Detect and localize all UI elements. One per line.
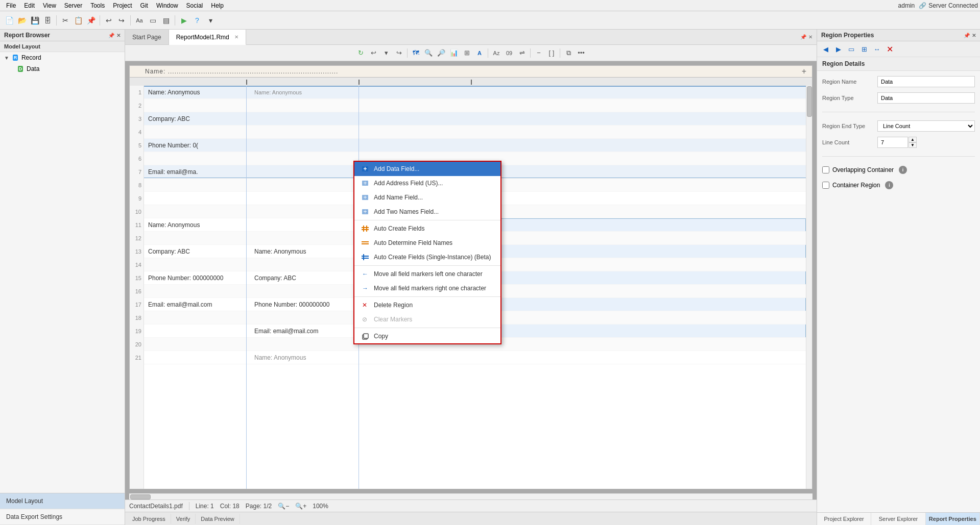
zoom-out-icon[interactable]: 🔍− (278, 503, 289, 510)
rp-delete-btn[interactable]: ✕ (884, 43, 895, 55)
rp-spin-down[interactable]: ▼ (909, 142, 917, 148)
ctx-move-right[interactable]: → Move all field markers right one chara… (354, 281, 500, 295)
rtb-chart[interactable]: 📊 (448, 47, 460, 59)
model-layout-tab[interactable]: Model Layout (0, 493, 125, 509)
help-button[interactable]: ? (191, 14, 203, 27)
rp-tab-project-explorer[interactable]: Project Explorer (817, 513, 871, 525)
open-button[interactable]: 📂 (16, 14, 28, 27)
rp-align-btn[interactable]: ⊞ (858, 43, 870, 55)
new-button[interactable]: 📄 (3, 14, 15, 27)
copy-toolbar-button[interactable]: 📋 (72, 14, 84, 27)
add-row-button[interactable]: + (802, 67, 807, 76)
zoom-in-icon[interactable]: 🔍+ (295, 503, 306, 510)
rp-overlapping-info-icon[interactable]: i (899, 166, 907, 174)
horizontal-scrollbar[interactable] (129, 493, 812, 499)
vertical-scrollbar[interactable] (806, 86, 812, 489)
tab-bar-close-icon[interactable]: ✕ (808, 34, 812, 40)
redo-button[interactable]: ↪ (115, 14, 128, 27)
more-button[interactable]: ▾ (204, 14, 217, 27)
rp-spin-up[interactable]: ▲ (909, 137, 917, 142)
rp-tab-server-explorer[interactable]: Server Explorer (871, 513, 925, 525)
ctx-add-two-names-field[interactable]: + Add Two Names Field... (354, 205, 500, 219)
rtb-table[interactable]: ⊞ (461, 47, 472, 59)
ctx-sep3 (354, 296, 500, 297)
menu-view[interactable]: View (39, 1, 60, 10)
menu-help[interactable]: Help (207, 1, 228, 10)
rtb-minus[interactable]: − (533, 47, 544, 59)
menu-tools[interactable]: Tools (86, 1, 109, 10)
rtb-text[interactable]: A (474, 47, 485, 59)
menu-project[interactable]: Project (109, 1, 136, 10)
data-export-tab[interactable]: Data Export Settings (0, 509, 125, 525)
bottom-tab-data-preview[interactable]: Data Preview (196, 514, 240, 524)
rtb-search[interactable]: 🔍 (423, 47, 434, 59)
tree-record[interactable]: ▼ R Record (0, 52, 125, 63)
rp-container-region-checkbox[interactable] (822, 182, 829, 189)
ctx-auto-create-fields[interactable]: Auto Create Fields (354, 221, 500, 236)
tab-bar-pin-icon[interactable]: 📌 (800, 34, 806, 40)
undo-button[interactable]: ↩ (103, 14, 115, 27)
ctx-auto-determine[interactable]: Auto Determine Field Names (354, 236, 500, 250)
rp-region-name-input[interactable] (877, 76, 975, 87)
tab-report-model[interactable]: ReportModel1.Rmd ✕ (169, 30, 246, 45)
menu-edit[interactable]: Edit (20, 1, 39, 10)
rtb-undo-arrow[interactable]: ▾ (380, 47, 392, 59)
cut-button[interactable]: ✂ (59, 14, 71, 27)
rp-back-btn[interactable]: ◀ (820, 43, 831, 55)
shape-button[interactable]: ▭ (147, 14, 159, 27)
left-panel-title: Report Browser (4, 32, 50, 39)
rtb-redo[interactable]: ↪ (393, 47, 404, 59)
run-button[interactable]: ▶ (178, 14, 190, 27)
copy-ctx-icon (361, 332, 370, 341)
menu-social[interactable]: Social (182, 1, 207, 10)
rtb-find[interactable]: 🔎 (436, 47, 447, 59)
font-button[interactable]: Aa (133, 14, 146, 27)
ln-3: 3 (130, 112, 144, 126)
more-shape-button[interactable]: ▤ (160, 14, 172, 27)
rp-container-info-icon[interactable]: i (885, 181, 893, 189)
rp-overlapping-container-checkbox[interactable] (822, 166, 829, 173)
rp-region-type-input[interactable] (877, 92, 975, 104)
bottom-tab-job-progress[interactable]: Job Progress (127, 514, 171, 524)
rp-pin-icon[interactable]: 📌 (964, 33, 970, 38)
ctx-add-data-field[interactable]: + Add Data Field... (354, 162, 500, 176)
ctx-add-name-field[interactable]: + Add Name Field... (354, 190, 500, 205)
menu-file[interactable]: File (2, 1, 20, 10)
paste-button[interactable]: 📌 (85, 14, 97, 27)
bottom-tab-verify[interactable]: Verify (171, 514, 196, 524)
rtb-sort-az[interactable]: Az (491, 47, 502, 59)
ctx-add-address-field[interactable]: + Add Address Field (US)... (354, 176, 500, 190)
rp-shape-btn[interactable]: ▭ (846, 43, 857, 55)
rp-forward-btn[interactable]: ▶ (833, 43, 844, 55)
scrollbar-thumb[interactable] (807, 86, 812, 117)
rtb-sort-09[interactable]: 09 (504, 47, 515, 59)
menu-git[interactable]: Git (136, 1, 152, 10)
panel-pin-icon[interactable]: 📌 (108, 33, 114, 38)
rp-region-end-type-select[interactable]: Line Count End of Data Fixed (877, 120, 975, 132)
save-all-button[interactable]: 🗄 (41, 14, 54, 27)
rp-region-type-label: Region Type (822, 95, 873, 101)
rtb-refresh[interactable]: ↻ (355, 47, 366, 59)
ctx-auto-create-single[interactable]: Auto Create Fields (Single-Instance) (Be… (354, 250, 500, 264)
tab-close-icon[interactable]: ✕ (234, 34, 238, 40)
rtb-more[interactable]: ••• (576, 47, 587, 59)
save-button[interactable]: 💾 (29, 14, 41, 27)
rp-arrow-btn[interactable]: ↔ (871, 43, 882, 55)
menu-window[interactable]: Window (152, 1, 182, 10)
rp-tab-report-properties[interactable]: Report Properties (926, 513, 980, 525)
horizontal-scrollbar-thumb[interactable] (130, 494, 151, 499)
rp-close-icon[interactable]: ✕ (972, 33, 976, 38)
rtb-map[interactable]: 🗺 (410, 47, 421, 59)
tree-data[interactable]: D Data (0, 63, 125, 74)
rtb-bracket[interactable]: [ ] (546, 47, 557, 59)
rtb-group[interactable]: ⇌ (516, 47, 528, 59)
rp-line-count-input[interactable] (877, 137, 908, 148)
ctx-move-left[interactable]: ← Move all field markers left one charac… (354, 267, 500, 281)
tab-start-page[interactable]: Start Page (125, 30, 169, 44)
ctx-delete-region[interactable]: ✕ Delete Region (354, 298, 500, 312)
panel-close-icon[interactable]: ✕ (116, 33, 121, 38)
rtb-copy2[interactable]: ⧉ (563, 47, 574, 59)
ctx-copy[interactable]: Copy (354, 329, 500, 343)
rtb-undo[interactable]: ↩ (368, 47, 379, 59)
menu-server[interactable]: Server (60, 1, 86, 10)
